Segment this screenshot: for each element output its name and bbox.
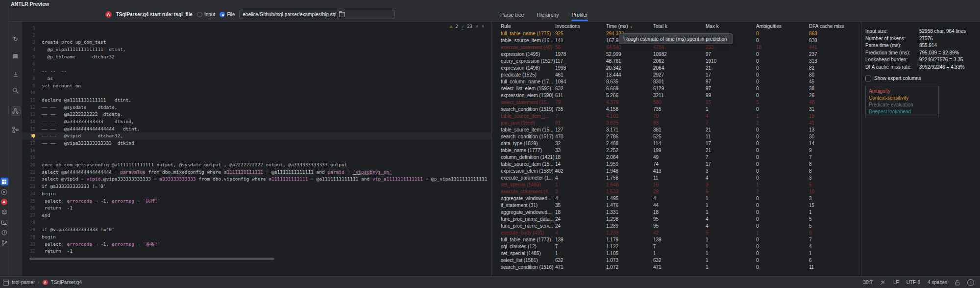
input-radio[interactable]: Input (197, 12, 215, 17)
cell-amb: 1 (756, 182, 809, 188)
run-icon[interactable] (0, 188, 8, 196)
cell-name: join_part (1559) (501, 120, 555, 127)
table-row[interactable]: query_expression (1527)11748.76120621910… (491, 58, 861, 65)
code-line: 21select @a4444444444444444 = paravalue … (22, 169, 491, 176)
refresh-icon[interactable]: ↻ (11, 34, 21, 44)
table-row[interactable]: sql_clauses (12)71.1227104 (491, 243, 861, 250)
cell-max: 1 (706, 243, 756, 250)
table-row[interactable]: data_type (1829)322.48811417014 (491, 140, 861, 147)
breadcrumb-project[interactable]: tsql-parser (12, 280, 35, 285)
table-row[interactable]: expression_elem (1589)4021.948413308 (491, 168, 861, 175)
table-row[interactable]: set_special (1483)11.64816315 (491, 182, 861, 188)
hierarchy-view-icon[interactable] (11, 125, 21, 134)
cell-dfa: 10 (809, 188, 861, 195)
column-header-ambiguities[interactable]: Ambiguities (756, 24, 809, 29)
table-row[interactable]: full_table_name (1773)1391.179139107 (491, 236, 861, 243)
cell-amb: 0 (756, 195, 809, 202)
cell-inv: 470 (555, 133, 606, 140)
line-number: 27 (22, 212, 35, 219)
table-row[interactable]: set_special (1485)11.1051101 (491, 250, 861, 257)
show-expert-columns-row[interactable]: Show expert columns (865, 75, 980, 82)
cell-time: 1.476 (606, 202, 653, 209)
line-separator[interactable]: LF (893, 280, 899, 285)
table-row[interactable]: expression (1498)199820.342206421082 (491, 65, 861, 72)
table-row[interactable]: func_proc_name_data...241.29895405 (491, 216, 861, 223)
table-row[interactable]: table_source_item_j...74.101704119 (491, 113, 861, 120)
table-row[interactable]: select_statement (15...794.37958015548 (491, 99, 861, 106)
table-row[interactable]: full_column_name (17...10948.63583019704… (491, 79, 861, 85)
cell-amb: 0 (756, 161, 809, 168)
column-header-rule[interactable]: Rule (501, 24, 555, 29)
table-row[interactable]: table_source_item (15...1273.17138121013 (491, 127, 861, 133)
column-header-max-k[interactable]: Max k (706, 24, 756, 29)
table-row[interactable]: join_part (1559)613.625937241 (491, 120, 861, 127)
table-row[interactable]: search_condition (1517)4702.78652511030 (491, 133, 861, 140)
caret-position[interactable]: 30:7 (863, 280, 872, 285)
unlock-icon[interactable] (955, 280, 960, 286)
cell-name: aggregate_windowed... (501, 195, 555, 202)
table-row[interactable]: func_proc_name_serv...241.28995405 (491, 223, 861, 230)
preview-active-icon[interactable] (0, 178, 8, 185)
table-row[interactable]: table_name (1777)332.2521992109 (491, 147, 861, 154)
table-row[interactable]: if_statement (31)351.476441015 (491, 202, 861, 209)
breadcrumb-file[interactable]: TSqlParser.g4 (51, 280, 82, 285)
table-row[interactable]: expression_elem (1590)6115.266321199026 (491, 92, 861, 99)
column-header-total-k[interactable]: Total k (653, 24, 706, 29)
file-encoding[interactable]: UTF-8 (906, 280, 920, 285)
table-row[interactable]: search_condition (1516)4711.0724711011 (491, 264, 861, 271)
tab-hierarchy[interactable]: Hierarchy (537, 8, 559, 21)
table-row[interactable]: search_condition (1519)7354.1587351031 (491, 106, 861, 113)
column-header-time-ms-[interactable]: Time (ms)∨ (606, 24, 653, 29)
file-radio[interactable]: File (220, 12, 235, 17)
column-header-dfa-cache-miss[interactable]: DFA cache miss (809, 24, 861, 29)
cell-inv: 1 (555, 182, 606, 188)
search-icon[interactable] (11, 85, 21, 95)
chevron-up-icon[interactable]: ∧ (476, 24, 478, 28)
file-path-input[interactable]: ebelice/Github/tsql-parser/examples/big.… (239, 10, 395, 19)
checkbox-icon[interactable] (865, 76, 871, 81)
breadcrumb[interactable]: tsql-parser › A TSqlParser.g4 (3, 280, 82, 286)
table-row[interactable]: select_list_elem (1592)6326.669612997038 (491, 85, 861, 92)
table-row[interactable]: execute_statement (40)5664.5404784233184… (491, 44, 861, 51)
table-row[interactable]: execute_statement (4...31.533289210 (491, 188, 861, 195)
cell-total: 28 (653, 188, 706, 195)
cell-amb: 0 (756, 37, 809, 44)
cell-total: 1 (653, 250, 706, 257)
table-row[interactable]: table_source_item (15...141.959741708 (491, 161, 861, 168)
line-number: 4 (22, 46, 35, 53)
lightbulb-icon[interactable] (32, 134, 36, 139)
code-editor[interactable]: 123create proc up_com_test4 @p_vipa11111… (22, 22, 491, 276)
git-branch-icon[interactable] (0, 239, 8, 246)
table-row[interactable]: aggregate_windowed...41.4954103 (491, 195, 861, 202)
problems-icon[interactable] (0, 229, 8, 236)
column-header-invocations[interactable]: Invocations (555, 24, 606, 29)
code-line: 19 (22, 154, 491, 161)
parse-tree-view-icon[interactable] (11, 106, 21, 116)
folder-icon[interactable] (339, 12, 345, 17)
export-icon[interactable] (11, 70, 21, 79)
indent-setting[interactable]: 4 spaces (928, 280, 947, 285)
table-row[interactable]: predicate (1525)46113.444292717080 (491, 72, 861, 79)
table-row[interactable]: select_list (1581)6321.073632106 (491, 257, 861, 264)
chevron-down-icon[interactable]: ∨ (482, 24, 484, 28)
table-row[interactable]: execute_parameter (1...41.75811403 (491, 175, 861, 182)
cell-name: table_source_item (16... (501, 37, 555, 44)
terminal-icon[interactable] (0, 218, 8, 226)
notification-icon[interactable]: ! (967, 279, 974, 286)
table-row[interactable]: expression (1495)197852.99910982970237 (491, 51, 861, 58)
cell-dfa: 9 (809, 230, 861, 236)
stop-icon[interactable] (11, 51, 21, 61)
table-row[interactable]: column_definition (1421)182.06449707 (491, 154, 861, 161)
code-line: 14—— —— @a333333333333 dtkind, (22, 118, 491, 126)
inspections-widget[interactable]: ⚠ 2 ✓ 23 ∧ ∨ (449, 24, 484, 29)
cell-name: if_statement (31) (501, 202, 555, 209)
antlr-stripe-icon[interactable]: A (1, 199, 7, 205)
horizontal-scrollbar[interactable] (29, 258, 274, 260)
readonly-pen-icon[interactable]: ✎ (880, 280, 886, 286)
tab-profiler[interactable]: Profiler (571, 8, 588, 21)
layers-icon[interactable] (0, 208, 8, 215)
cell-max: 21 (706, 127, 756, 133)
tab-parse-tree[interactable]: Parse tree (500, 8, 524, 21)
table-row[interactable]: aggregate_windowed...181.33118101 (491, 209, 861, 216)
table-row[interactable]: execute_body (431)41.23342519 (491, 230, 861, 236)
